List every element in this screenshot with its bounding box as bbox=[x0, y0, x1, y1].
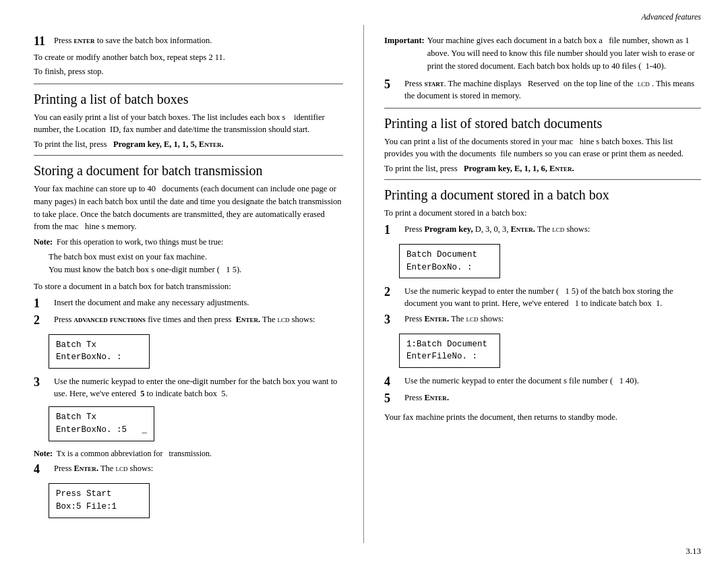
divider2 bbox=[34, 155, 343, 156]
section4-closing: Your fax machine prints the document, th… bbox=[384, 411, 701, 424]
opening-para2: To finish, press stop. bbox=[34, 65, 343, 78]
content-area: 11 Press enter to save the batch box inf… bbox=[0, 25, 728, 543]
step-5-right-top-text: Press start. The machine displays Reserv… bbox=[404, 77, 701, 102]
important-text: Your machine gives each document in a ba… bbox=[427, 34, 701, 72]
step-1-left-text: Insert the document and make any necessa… bbox=[54, 296, 343, 311]
step-4-right-text: Use the numeric keypad to enter the docu… bbox=[404, 375, 701, 389]
divider-right2 bbox=[384, 179, 701, 180]
step-3-right-text: Press Enter. The lcd shows: bbox=[404, 313, 701, 327]
lcd-box-step4: Press Start Box:5 File:1 bbox=[49, 483, 150, 518]
section1-key-instruction: To print the list, press Program key, E,… bbox=[34, 139, 343, 150]
section2-note: Note: For this operation to work, two th… bbox=[34, 237, 343, 248]
step-2-left-text: Press advanced functions five times and … bbox=[54, 313, 343, 327]
lcd-step4-line1: Press Start bbox=[56, 488, 142, 501]
step-5-right-bottom: 5 Press Enter. bbox=[384, 392, 701, 406]
step-2-right: 2 Use the numeric keypad to enter the nu… bbox=[384, 285, 701, 309]
step-2-left: 2 Press advanced functions five times an… bbox=[34, 313, 343, 327]
step-1-right-num: 1 bbox=[384, 223, 400, 237]
step-1-right-text: Press Program key, D, 3, 0, 3, Enter. Th… bbox=[404, 223, 701, 237]
section2-body1: Your fax machine can store up to 40 docu… bbox=[34, 183, 343, 233]
header: Advanced features bbox=[0, 0, 728, 25]
important-label: Important: bbox=[384, 34, 425, 72]
lcd-right-step1-line1: Batch Document bbox=[406, 249, 493, 261]
step-3-right-num: 3 bbox=[384, 313, 400, 327]
lcd-step4-line2: Box:5 File:1 bbox=[56, 501, 142, 513]
step-5-right-bottom-num: 5 bbox=[384, 392, 400, 406]
section2-para-before: To store a document in a batch box for b… bbox=[34, 280, 343, 293]
step-2-left-num: 2 bbox=[34, 313, 50, 327]
section1-body1: You can easily print a list of your batc… bbox=[34, 111, 343, 137]
left-column: 11 Press enter to save the batch box inf… bbox=[0, 25, 364, 543]
lcd-right-step1-line2: EnterBoxNo. : bbox=[406, 261, 493, 274]
divider1 bbox=[34, 84, 343, 84]
lcd-box-right-step1: Batch Document EnterBoxNo. : bbox=[399, 244, 500, 279]
section4-para-before: To print a document stored in a batch bo… bbox=[384, 207, 701, 220]
step-4-right: 4 Use the numeric keypad to enter the do… bbox=[384, 375, 701, 389]
lcd-step2-line1: Batch Tx bbox=[56, 339, 142, 352]
divider-right1 bbox=[384, 108, 701, 108]
step-2-right-text: Use the numeric keypad to enter the numb… bbox=[404, 285, 701, 309]
section1-title: Printing a list of batch boxes bbox=[34, 91, 343, 107]
lcd-right-step3-line2: EnterFileNo. : bbox=[406, 350, 493, 363]
page: Advanced features 11 Press enter to save… bbox=[0, 0, 728, 562]
lcd-box-right-step3: 1:Batch Document EnterFileNo. : bbox=[399, 334, 500, 369]
step-4-left-num: 4 bbox=[34, 462, 50, 476]
right-column: Important: Your machine gives each docum… bbox=[364, 25, 728, 543]
step-1-left-num: 1 bbox=[34, 296, 50, 311]
step-5-right-bottom-text: Press Enter. bbox=[404, 392, 701, 406]
footer: 3.13 bbox=[0, 543, 728, 562]
step-4-left: 4 Press Enter. The lcd shows: bbox=[34, 462, 343, 476]
note-item2: You must know the batch box s one-digit … bbox=[49, 263, 343, 276]
step-11-num: 11 bbox=[34, 34, 50, 49]
lcd-step3-line2: EnterBoxNo. :5 _ bbox=[56, 424, 147, 437]
page-number: 3.13 bbox=[686, 546, 701, 556]
lcd-step2-line2: EnterBoxNo. : bbox=[56, 351, 142, 364]
opening-para1: To create or modify another batch box, r… bbox=[34, 51, 343, 64]
step-5-right-top-num: 5 bbox=[384, 77, 400, 102]
note-item1: The batch box must exist on your fax mac… bbox=[49, 251, 343, 263]
step-5-right-top: 5 Press start. The machine displays Rese… bbox=[384, 77, 701, 102]
section3-key-instruction: To print the list, press Program key, E,… bbox=[384, 164, 701, 174]
section4-title: Printing a document stored in a batch bo… bbox=[384, 187, 701, 203]
step-2-right-num: 2 bbox=[384, 285, 400, 309]
lcd-box-step2: Batch Tx EnterBoxNo. : bbox=[49, 334, 150, 369]
step-11: 11 Press enter to save the batch box inf… bbox=[34, 34, 343, 49]
step-3-left-num: 3 bbox=[34, 375, 50, 400]
section3-body1: You can print a list of the documents st… bbox=[384, 135, 701, 161]
step-11-text: Press enter to save the batch box inform… bbox=[54, 34, 343, 49]
step-1-right: 1 Press Program key, D, 3, 0, 3, Enter. … bbox=[384, 223, 701, 237]
important-block: Important: Your machine gives each docum… bbox=[384, 34, 701, 72]
section2-title: Storing a document for batch transmissio… bbox=[34, 162, 343, 179]
header-title: Advanced features bbox=[641, 12, 701, 22]
step-4-left-text: Press Enter. The lcd shows: bbox=[54, 462, 343, 476]
lcd-box-step3: Batch Tx EnterBoxNo. :5 _ bbox=[49, 406, 154, 441]
step-3-right: 3 Press Enter. The lcd shows: bbox=[384, 313, 701, 327]
step-1-left: 1 Insert the document and make any neces… bbox=[34, 296, 343, 311]
lcd-step3-line1: Batch Tx bbox=[56, 411, 147, 424]
lcd-right-step3-line1: 1:Batch Document bbox=[406, 338, 493, 351]
step-3-left-text: Use the numeric keypad to enter the one-… bbox=[54, 375, 343, 400]
section3-title: Printing a list of stored batch document… bbox=[384, 115, 701, 131]
step-4-right-num: 4 bbox=[384, 375, 400, 389]
step-3-left: 3 Use the numeric keypad to enter the on… bbox=[34, 375, 343, 400]
note-tx: Note: Tx is a common abbreviation for tr… bbox=[34, 448, 343, 460]
